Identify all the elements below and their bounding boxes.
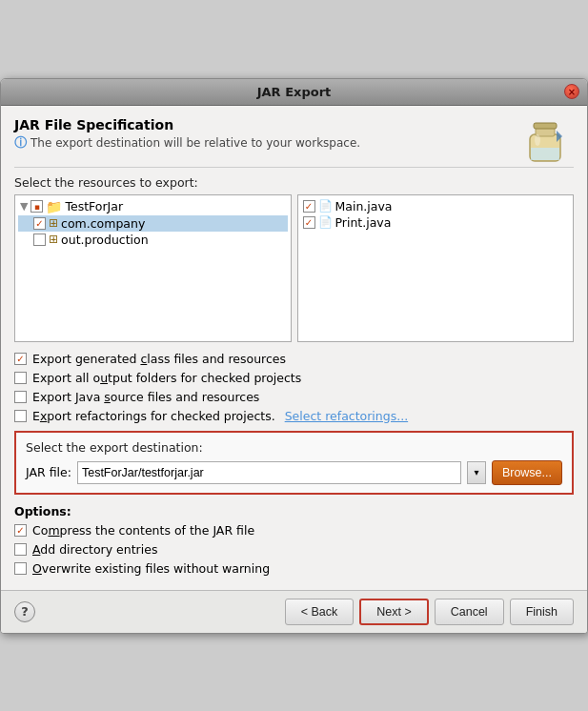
footer-buttons: < Back Next > Cancel Finish bbox=[285, 599, 574, 625]
label-export-refactor: Export refactorings for checked projects… bbox=[32, 409, 279, 423]
java-file-icon: 📄 bbox=[318, 199, 333, 213]
jar-icon bbox=[522, 117, 568, 170]
header-area: JAR File Specification ⓘ The export dest… bbox=[14, 117, 574, 168]
cancel-button[interactable]: Cancel bbox=[435, 599, 504, 625]
label-overwrite: Overwrite existing files without warning bbox=[32, 561, 270, 576]
finish-button[interactable]: Finish bbox=[510, 599, 574, 625]
label-out-production: out.production bbox=[61, 233, 149, 247]
cb-add-directory[interactable] bbox=[14, 543, 27, 556]
svg-point-4 bbox=[535, 134, 540, 146]
label-export-source: Export Java source files and resources bbox=[32, 390, 259, 404]
package-icon2: ⊞ bbox=[49, 233, 58, 246]
tree-item-com-company[interactable]: ⊞ com.company bbox=[18, 215, 288, 232]
checkbox-out-production[interactable] bbox=[33, 234, 46, 246]
options-section: Options: Compress the contents of the JA… bbox=[14, 504, 574, 576]
dialog-content: JAR File Specification ⓘ The export dest… bbox=[1, 106, 587, 590]
browse-button[interactable]: Browse... bbox=[492, 460, 562, 485]
folder-icon: 📁 bbox=[46, 199, 62, 214]
tree-panel[interactable]: ▼ ▪ 📁 TestForJar ⊞ com.company ⊞ out.pro… bbox=[14, 194, 292, 342]
label-export-class: Export generated class files and resourc… bbox=[32, 352, 286, 366]
next-button[interactable]: Next > bbox=[359, 599, 428, 625]
row-add-directory: Add directory entries bbox=[14, 542, 574, 557]
cb-overwrite[interactable] bbox=[14, 562, 27, 575]
label-compress: Compress the contents of the JAR file bbox=[32, 523, 254, 538]
row-compress: Compress the contents of the JAR file bbox=[14, 523, 574, 538]
label-export-output: Export all output folders for checked pr… bbox=[32, 371, 301, 385]
expand-icon: ▼ bbox=[20, 200, 28, 213]
tree-item-testforjar[interactable]: ▼ ▪ 📁 TestForJar bbox=[18, 198, 288, 215]
section-desc: ⓘ The export destination will be relativ… bbox=[14, 134, 574, 152]
resources-panels: ▼ ▪ 📁 TestForJar ⊞ com.company ⊞ out.pro… bbox=[14, 194, 574, 342]
footer-left: ? bbox=[14, 601, 35, 622]
back-button[interactable]: < Back bbox=[285, 599, 355, 625]
jar-export-dialog: JAR Export × bbox=[0, 78, 588, 634]
label-main-java: Main.java bbox=[335, 199, 393, 213]
label-com-company: com.company bbox=[61, 216, 145, 231]
titlebar: JAR Export × bbox=[1, 79, 587, 106]
tree-item-out-production[interactable]: ⊞ out.production bbox=[18, 232, 288, 248]
cb-export-class[interactable] bbox=[14, 353, 27, 365]
jar-dropdown-button[interactable]: ▾ bbox=[467, 461, 486, 484]
checkbox-print-java[interactable] bbox=[303, 216, 315, 229]
label-add-directory: Add directory entries bbox=[32, 542, 157, 557]
cb-export-source[interactable] bbox=[14, 391, 27, 403]
checkbox-com-company[interactable] bbox=[33, 217, 46, 230]
jar-file-input[interactable] bbox=[77, 461, 461, 484]
cb-compress[interactable] bbox=[14, 524, 27, 537]
package-icon: ⊞ bbox=[49, 216, 58, 230]
export-destination-section: Select the export destination: JAR file:… bbox=[14, 431, 574, 495]
checkbox-testforjar[interactable]: ▪ bbox=[30, 200, 43, 213]
label-print-java: Print.java bbox=[335, 215, 392, 230]
row-export-source: Export Java source files and resources bbox=[14, 390, 574, 404]
close-button[interactable]: × bbox=[564, 84, 579, 99]
jar-file-row: JAR file: ▾ Browse... bbox=[26, 460, 562, 485]
label-testforjar: TestForJar bbox=[65, 199, 123, 213]
help-button[interactable]: ? bbox=[14, 601, 35, 622]
file-item-main-java[interactable]: 📄 Main.java bbox=[301, 198, 571, 214]
row-export-class-files: Export generated class files and resourc… bbox=[14, 352, 574, 366]
resources-label: Select the resources to export: bbox=[14, 175, 574, 190]
row-overwrite: Overwrite existing files without warning bbox=[14, 561, 574, 576]
options-label: Options: bbox=[14, 504, 574, 518]
java-file-icon2: 📄 bbox=[318, 215, 333, 229]
cb-export-output[interactable] bbox=[14, 372, 27, 384]
checkbox-main-java[interactable] bbox=[303, 200, 315, 213]
export-dest-label: Select the export destination: bbox=[26, 440, 562, 455]
select-refactorings-link[interactable]: Select refactorings... bbox=[285, 409, 408, 423]
window-title: JAR Export bbox=[24, 85, 564, 99]
svg-rect-2 bbox=[534, 123, 557, 129]
row-export-refactorings: Export refactorings for checked projects… bbox=[14, 409, 574, 423]
jar-file-label: JAR file: bbox=[26, 465, 71, 479]
section-title: JAR File Specification bbox=[14, 117, 574, 132]
dialog-footer: ? < Back Next > Cancel Finish bbox=[1, 590, 587, 633]
svg-rect-3 bbox=[531, 148, 559, 160]
files-panel[interactable]: 📄 Main.java 📄 Print.java bbox=[297, 194, 575, 342]
row-export-output-folders: Export all output folders for checked pr… bbox=[14, 371, 574, 385]
info-icon: ⓘ bbox=[14, 134, 27, 152]
cb-export-refactor[interactable] bbox=[14, 410, 27, 422]
file-item-print-java[interactable]: 📄 Print.java bbox=[301, 214, 571, 231]
export-options: Export generated class files and resourc… bbox=[14, 352, 574, 423]
